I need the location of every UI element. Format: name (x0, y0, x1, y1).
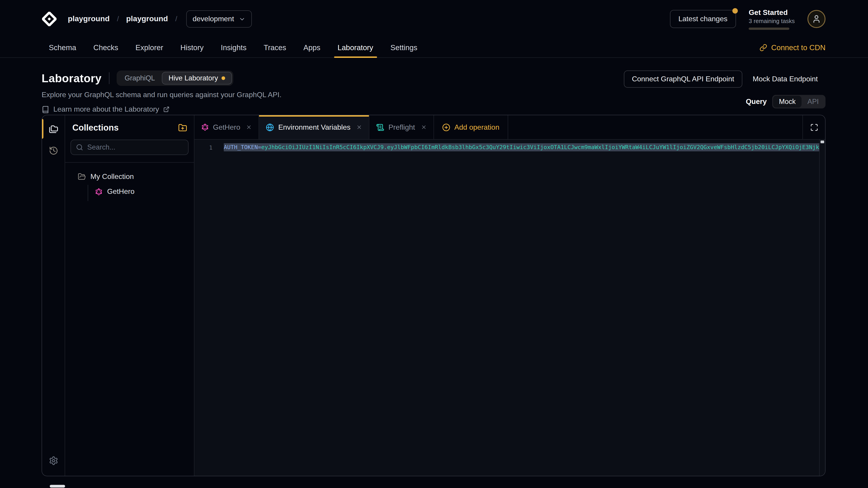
graphql-icon (95, 188, 103, 195)
globe-icon (266, 123, 274, 131)
connect-graphql-endpoint-button[interactable]: Connect GraphQL API Endpoint (624, 70, 742, 88)
get-started-subtitle: 3 remaining tasks (749, 18, 795, 24)
tab-label: Preflight (389, 123, 415, 131)
editor-line[interactable]: 1 AUTH_TOKEN=eyJhbGciOiJIUzI1NiIsInR5cCI… (194, 143, 825, 151)
folder-open-icon (78, 173, 86, 181)
get-started-widget[interactable]: Get Started 3 remaining tasks (749, 8, 795, 30)
latest-changes-button[interactable]: Latest changes (670, 10, 736, 28)
circle-plus-icon (442, 123, 450, 131)
nav-item-explorer[interactable]: Explorer (128, 38, 170, 57)
external-link-icon (163, 106, 169, 112)
nav-item-schema[interactable]: Schema (41, 38, 84, 57)
page-header: Laboratory GraphiQL Hive Laboratory Expl… (0, 58, 868, 115)
book-icon (41, 105, 49, 113)
learn-more-link[interactable]: Learn more about the Laboratory (41, 105, 169, 113)
close-icon[interactable] (356, 124, 362, 130)
tab-gethero[interactable]: GetHero (194, 115, 259, 139)
chevron-down-icon (239, 15, 245, 22)
rail-history-button[interactable] (42, 140, 65, 161)
page-header-right: Connect GraphQL API Endpoint Mock Data E… (624, 70, 826, 108)
breadcrumb-project[interactable]: playground (126, 14, 168, 24)
collection-folder-label: My Collection (90, 173, 134, 181)
mode-option-hive-laboratory[interactable]: Hive Laboratory (162, 72, 232, 85)
tab-preflight[interactable]: Preflight (370, 115, 434, 139)
nav-item-settings[interactable]: Settings (383, 38, 425, 57)
line-number: 1 (194, 144, 213, 151)
env-variables-editor[interactable]: 1 AUTH_TOKEN=eyJhbGciOiJIUzI1NiIsInR5cCI… (194, 140, 825, 476)
top-bar-right: Latest changes Get Started 3 remaining t… (670, 8, 826, 30)
close-icon[interactable] (421, 124, 427, 130)
nav-item-insights[interactable]: Insights (214, 38, 254, 57)
tree-indent-guide (88, 185, 88, 201)
learn-more-label: Learn more about the Laboratory (53, 105, 159, 113)
nav-tabs: Schema Checks Explorer History Insights … (41, 38, 425, 57)
mode-active-dot (221, 76, 225, 80)
user-icon (812, 14, 821, 24)
add-operation-button[interactable]: Add operation (434, 115, 508, 139)
equals-operator: = (258, 144, 261, 151)
editor-scrollbar-track[interactable] (819, 140, 825, 476)
link-icon (760, 44, 767, 52)
query-option-mock[interactable]: Mock (773, 96, 802, 107)
user-avatar[interactable] (807, 10, 826, 28)
page-header-left: Laboratory GraphiQL Hive Laboratory Expl… (41, 70, 281, 113)
notification-dot (733, 8, 738, 13)
collection-folder-row[interactable]: My Collection (71, 172, 188, 182)
hive-logo-icon[interactable] (41, 11, 57, 27)
nav-item-apps[interactable]: Apps (296, 38, 328, 57)
rail-settings-button[interactable] (42, 450, 65, 471)
side-rail (42, 115, 65, 476)
operation-label: GetHero (107, 188, 134, 196)
nav-item-laboratory[interactable]: Laboratory (330, 38, 380, 57)
page-scrollbar-thumb[interactable] (50, 485, 65, 488)
collections-sidebar: Collections My Collection (65, 115, 194, 476)
editor-scrollbar-thumb[interactable] (820, 140, 824, 143)
query-target-toggle: Query Mock API (746, 95, 826, 108)
ui-mode-toggle: GraphiQL Hive Laboratory (116, 70, 233, 86)
tab-label: GetHero (213, 123, 240, 131)
title-divider (109, 72, 109, 84)
breadcrumb-separator: / (174, 15, 178, 23)
graphql-icon (201, 123, 209, 131)
hive-laboratory-app: playground / playground / development La… (0, 0, 868, 488)
nav-item-history[interactable]: History (173, 38, 211, 57)
close-icon[interactable] (246, 124, 252, 130)
get-started-title: Get Started (749, 8, 795, 17)
gear-icon (49, 456, 58, 465)
page-subtitle: Explore your GraphQL schema and run quer… (41, 91, 281, 99)
folders-icon (49, 124, 58, 133)
connect-to-cdn-link[interactable]: Connect to CDN (760, 38, 826, 57)
laboratory-panel: Collections My Collection (41, 115, 826, 476)
query-option-api[interactable]: API (802, 96, 825, 107)
mode-option-graphiql[interactable]: GraphiQL (118, 72, 162, 85)
collections-search[interactable] (70, 140, 188, 155)
search-input[interactable] (87, 143, 183, 151)
query-label: Query (746, 98, 767, 106)
connect-to-cdn-label: Connect to CDN (771, 43, 826, 52)
target-selector[interactable]: development (186, 10, 252, 28)
rail-collections-button[interactable] (42, 118, 65, 140)
mock-data-endpoint-button[interactable]: Mock Data Endpoint (745, 71, 826, 87)
get-started-progressbar (749, 27, 789, 30)
fullscreen-button[interactable] (802, 115, 825, 139)
add-collection-button[interactable] (178, 123, 187, 132)
nav-item-traces[interactable]: Traces (256, 38, 293, 57)
mode-option-label: Hive Laboratory (168, 74, 218, 82)
nav-item-checks[interactable]: Checks (86, 38, 125, 57)
collections-title: Collections (72, 123, 119, 133)
env-variable-name: AUTH_TOKEN (224, 144, 258, 151)
tab-bar: GetHero Environment Variables (194, 115, 825, 140)
page-title: Laboratory (41, 72, 101, 85)
tab-label: Environment Variables (278, 123, 350, 131)
add-operation-label: Add operation (454, 123, 499, 131)
breadcrumb: playground / playground / development (41, 10, 252, 28)
maximize-icon (810, 123, 818, 131)
tab-environment-variables[interactable]: Environment Variables (259, 115, 370, 139)
operation-row[interactable]: GetHero (95, 186, 188, 197)
main-nav: Schema Checks Explorer History Insights … (0, 38, 868, 58)
breadcrumb-separator: / (116, 15, 120, 23)
tabbar-spacer (508, 115, 802, 139)
query-segmented-control: Mock API (772, 95, 826, 108)
script-icon (376, 123, 384, 131)
breadcrumb-org[interactable]: playground (68, 14, 110, 24)
